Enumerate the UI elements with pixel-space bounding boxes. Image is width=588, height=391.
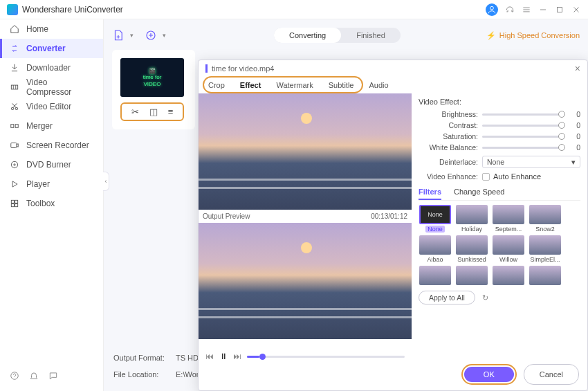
filter-simpleel[interactable]: [529, 235, 561, 255]
chevron-down-icon: ▾: [571, 158, 576, 166]
add-folder-icon[interactable]: [145, 28, 158, 42]
crop-icon[interactable]: ◫: [149, 107, 158, 117]
chevron-down-icon[interactable]: ▾: [163, 32, 166, 39]
highlight-ring: OK: [461, 364, 517, 385]
titlebar: Wondershare UniConverter: [0, 0, 588, 19]
saturation-value: 0: [571, 132, 580, 140]
tab-crop[interactable]: Crop: [208, 81, 225, 89]
bell-icon[interactable]: [29, 371, 39, 383]
svg-rect-6: [15, 125, 18, 128]
minimize-icon[interactable]: [538, 5, 548, 15]
sidebar: Home Converter Downloader Video Compress…: [0, 19, 104, 391]
filter-item[interactable]: [493, 266, 524, 285]
next-button[interactable]: ⏭: [233, 352, 241, 361]
sidebar-item-recorder[interactable]: Screen Recorder: [0, 136, 103, 155]
tab-watermark[interactable]: Watermark: [276, 81, 313, 89]
play-icon: [10, 179, 19, 189]
trim-icon[interactable]: ✂: [131, 107, 139, 117]
close-icon[interactable]: [571, 5, 581, 15]
filter-item[interactable]: [456, 266, 488, 285]
tab-audio[interactable]: Audio: [369, 81, 388, 89]
file-location-label: File Location:: [113, 370, 176, 379]
tab-subtitle[interactable]: Subtitle: [329, 81, 354, 89]
filter-item[interactable]: [419, 266, 451, 285]
output-preview-label: Output Preview: [203, 212, 250, 220]
sidebar-item-merger[interactable]: Merger: [0, 116, 103, 136]
brightness-slider[interactable]: [482, 113, 565, 116]
filter-none[interactable]: None: [419, 205, 451, 224]
help-icon[interactable]: [10, 371, 19, 383]
deinterlace-select[interactable]: None▾: [482, 156, 580, 168]
sidebar-item-label: Home: [26, 24, 48, 34]
playback-progress[interactable]: [247, 356, 405, 358]
output-preview: [199, 223, 412, 339]
subtab-change-speed[interactable]: Change Speed: [454, 188, 504, 200]
filter-willow[interactable]: [493, 235, 524, 255]
sidebar-item-label: Video Compressor: [26, 78, 93, 97]
sidebar-item-compressor[interactable]: Video Compressor: [0, 78, 103, 97]
saturation-slider[interactable]: [482, 136, 565, 138]
cancel-button[interactable]: Cancel: [524, 364, 579, 385]
sidebar-item-label: Toolbox: [26, 199, 55, 208]
high-speed-toggle[interactable]: ⚡High Speed Conversion: [486, 31, 580, 40]
contrast-slider[interactable]: [482, 125, 565, 127]
filter-snow2[interactable]: [529, 205, 561, 224]
sidebar-item-home[interactable]: Home: [0, 19, 103, 39]
sidebar-item-dvd[interactable]: DVD Burner: [0, 155, 103, 174]
pause-button[interactable]: ⏸: [219, 352, 228, 361]
apply-to-all-button[interactable]: Apply to All: [419, 291, 475, 304]
menu-icon[interactable]: [522, 5, 531, 15]
auto-enhance-checkbox[interactable]: [482, 173, 490, 181]
whitebalance-label: White Balance:: [419, 143, 478, 152]
chat-icon[interactable]: [48, 371, 58, 383]
sidebar-collapse-button[interactable]: ‹: [103, 172, 109, 191]
auto-enhance-label: Auto Enhance: [493, 172, 541, 181]
app-title: Wondershare UniConverter: [22, 5, 123, 15]
subtab-filters[interactable]: Filters: [419, 188, 441, 200]
reset-icon[interactable]: ↻: [482, 293, 488, 302]
sidebar-item-toolbox[interactable]: Toolbox: [0, 194, 103, 213]
record-icon: [10, 140, 19, 150]
filter-aibao[interactable]: [419, 235, 451, 255]
filter-item[interactable]: [529, 266, 561, 285]
merge-icon: [10, 121, 19, 131]
sidebar-item-converter[interactable]: Converter: [0, 39, 103, 58]
tab-finished[interactable]: Finished: [341, 28, 401, 43]
user-avatar-icon[interactable]: [486, 3, 498, 16]
video-card[interactable]: 🎬time forVIDEO ✂ ◫ ≡: [112, 50, 195, 129]
sidebar-item-label: Player: [26, 179, 50, 189]
saturation-label: Saturation:: [419, 132, 478, 140]
sidebar-item-editor[interactable]: Video Editor: [0, 97, 103, 116]
whitebalance-slider[interactable]: [482, 147, 565, 149]
maximize-icon[interactable]: [555, 5, 564, 15]
tab-effect[interactable]: Effect: [240, 81, 261, 89]
sidebar-item-label: DVD Burner: [26, 160, 71, 170]
video-effect-header: Video Effect:: [419, 98, 580, 106]
ok-button[interactable]: OK: [464, 367, 514, 382]
filter-september[interactable]: [493, 205, 524, 224]
segment-control: Converting Finished: [274, 28, 401, 43]
chevron-down-icon[interactable]: ▾: [130, 32, 134, 39]
sidebar-item-downloader[interactable]: Downloader: [0, 58, 103, 78]
headset-icon[interactable]: [505, 5, 515, 15]
add-file-icon[interactable]: [112, 28, 126, 42]
svg-point-9: [14, 164, 15, 165]
home-icon: [10, 24, 19, 34]
sidebar-item-label: Converter: [26, 44, 66, 53]
output-format-label: Output Format:: [113, 354, 176, 362]
svg-rect-7: [11, 143, 17, 148]
prev-button[interactable]: ⏮: [205, 352, 214, 361]
sidebar-item-player[interactable]: Player: [0, 174, 103, 194]
svg-point-8: [11, 161, 17, 167]
close-icon[interactable]: ×: [575, 63, 580, 74]
enhance-label: Video Enhance:: [419, 172, 478, 181]
converter-icon: [10, 44, 19, 53]
tab-converting[interactable]: Converting: [274, 28, 341, 43]
effect-modal: time for video.mp4 × Crop Effect Waterma…: [198, 60, 588, 391]
source-preview: [199, 93, 412, 210]
filter-sunkissed[interactable]: [456, 235, 488, 255]
sidebar-item-label: Video Editor: [26, 102, 71, 111]
filter-holiday[interactable]: [456, 205, 488, 224]
svg-rect-11: [15, 200, 18, 203]
more-icon[interactable]: ≡: [168, 107, 174, 117]
